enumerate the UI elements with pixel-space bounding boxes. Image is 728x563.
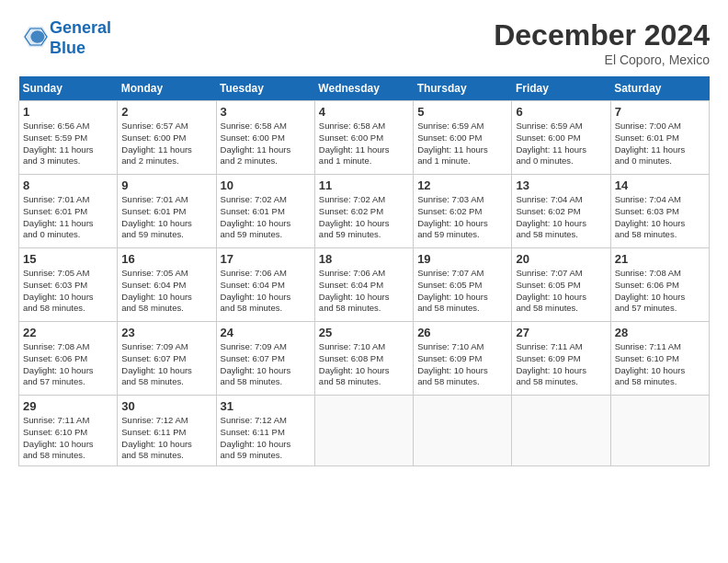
cell-sun-info: Sunrise: 6:58 AM Sunset: 6:00 PM Dayligh… bbox=[221, 121, 311, 167]
weekday-header: Sunday bbox=[19, 76, 118, 101]
day-number: 24 bbox=[221, 326, 311, 339]
day-number: 15 bbox=[23, 252, 113, 266]
day-number: 30 bbox=[121, 399, 211, 413]
cell-sun-info: Sunrise: 7:06 AM Sunset: 6:04 PM Dayligh… bbox=[319, 268, 409, 315]
day-number: 16 bbox=[121, 252, 211, 266]
calendar-cell: 30Sunrise: 7:12 AM Sunset: 6:11 PM Dayli… bbox=[118, 396, 216, 466]
calendar-week-row: 29Sunrise: 7:11 AM Sunset: 6:10 PM Dayli… bbox=[19, 396, 710, 466]
calendar-week-row: 1Sunrise: 6:56 AM Sunset: 5:59 PM Daylig… bbox=[19, 101, 710, 175]
day-number: 12 bbox=[417, 178, 507, 192]
cell-sun-info: Sunrise: 7:11 AM Sunset: 6:09 PM Dayligh… bbox=[516, 341, 606, 388]
calendar-cell: 17Sunrise: 7:06 AM Sunset: 6:04 PM Dayli… bbox=[216, 248, 314, 322]
cell-sun-info: Sunrise: 6:59 AM Sunset: 6:00 PM Dayligh… bbox=[516, 121, 606, 167]
cell-sun-info: Sunrise: 7:07 AM Sunset: 6:05 PM Dayligh… bbox=[417, 268, 507, 315]
day-number: 10 bbox=[221, 178, 311, 192]
cell-sun-info: Sunrise: 7:11 AM Sunset: 6:10 PM Dayligh… bbox=[23, 415, 113, 462]
logo-icon bbox=[22, 23, 50, 51]
cell-sun-info: Sunrise: 7:05 AM Sunset: 6:03 PM Dayligh… bbox=[23, 268, 113, 315]
cell-sun-info: Sunrise: 7:11 AM Sunset: 6:10 PM Dayligh… bbox=[615, 341, 705, 388]
month-title: December 2024 bbox=[494, 18, 710, 52]
calendar-cell: 25Sunrise: 7:10 AM Sunset: 6:08 PM Dayli… bbox=[314, 322, 413, 396]
weekday-header: Tuesday bbox=[216, 76, 314, 101]
calendar-header: SundayMondayTuesdayWednesdayThursdayFrid… bbox=[19, 76, 710, 101]
calendar-cell: 14Sunrise: 7:04 AM Sunset: 6:03 PM Dayli… bbox=[610, 175, 709, 248]
calendar-cell: 31Sunrise: 7:12 AM Sunset: 6:11 PM Dayli… bbox=[216, 396, 314, 466]
day-number: 20 bbox=[516, 252, 606, 266]
cell-sun-info: Sunrise: 6:58 AM Sunset: 6:00 PM Dayligh… bbox=[319, 121, 409, 167]
calendar-cell: 1Sunrise: 6:56 AM Sunset: 5:59 PM Daylig… bbox=[19, 101, 118, 175]
cell-sun-info: Sunrise: 7:08 AM Sunset: 6:06 PM Dayligh… bbox=[615, 268, 705, 315]
calendar-cell: 2Sunrise: 6:57 AM Sunset: 6:00 PM Daylig… bbox=[118, 101, 216, 175]
day-number: 17 bbox=[221, 252, 311, 266]
day-number: 7 bbox=[615, 105, 705, 119]
day-number: 29 bbox=[23, 399, 113, 413]
calendar-cell: 11Sunrise: 7:02 AM Sunset: 6:02 PM Dayli… bbox=[314, 175, 413, 248]
title-block: December 2024 El Coporo, Mexico bbox=[494, 18, 710, 67]
cell-sun-info: Sunrise: 6:56 AM Sunset: 5:59 PM Dayligh… bbox=[23, 121, 113, 167]
calendar-cell: 18Sunrise: 7:06 AM Sunset: 6:04 PM Dayli… bbox=[314, 248, 413, 322]
calendar-cell: 9Sunrise: 7:01 AM Sunset: 6:01 PM Daylig… bbox=[118, 175, 216, 248]
cell-sun-info: Sunrise: 7:01 AM Sunset: 6:01 PM Dayligh… bbox=[121, 194, 211, 241]
calendar-cell: 29Sunrise: 7:11 AM Sunset: 6:10 PM Dayli… bbox=[19, 396, 118, 466]
day-number: 21 bbox=[615, 252, 705, 266]
cell-sun-info: Sunrise: 6:59 AM Sunset: 6:00 PM Dayligh… bbox=[417, 121, 507, 167]
weekday-header: Monday bbox=[118, 76, 216, 101]
cell-sun-info: Sunrise: 7:01 AM Sunset: 6:01 PM Dayligh… bbox=[23, 194, 113, 241]
logo-line2: Blue bbox=[50, 39, 111, 59]
cell-sun-info: Sunrise: 7:07 AM Sunset: 6:05 PM Dayligh… bbox=[516, 268, 606, 315]
calendar-cell: 28Sunrise: 7:11 AM Sunset: 6:10 PM Dayli… bbox=[610, 322, 709, 396]
calendar-cell bbox=[610, 396, 709, 466]
calendar-cell bbox=[414, 396, 512, 466]
cell-sun-info: Sunrise: 7:03 AM Sunset: 6:02 PM Dayligh… bbox=[417, 194, 507, 241]
weekday-header: Saturday bbox=[610, 76, 709, 101]
day-number: 9 bbox=[121, 178, 211, 192]
calendar-cell: 19Sunrise: 7:07 AM Sunset: 6:05 PM Dayli… bbox=[414, 248, 512, 322]
cell-sun-info: Sunrise: 7:04 AM Sunset: 6:03 PM Dayligh… bbox=[615, 194, 705, 241]
cell-sun-info: Sunrise: 6:57 AM Sunset: 6:00 PM Dayligh… bbox=[121, 121, 211, 167]
cell-sun-info: Sunrise: 7:10 AM Sunset: 6:08 PM Dayligh… bbox=[319, 341, 409, 388]
calendar-table: SundayMondayTuesdayWednesdayThursdayFrid… bbox=[18, 76, 710, 466]
calendar-cell: 10Sunrise: 7:02 AM Sunset: 6:01 PM Dayli… bbox=[216, 175, 314, 248]
day-number: 26 bbox=[417, 326, 507, 339]
calendar-cell: 15Sunrise: 7:05 AM Sunset: 6:03 PM Dayli… bbox=[19, 248, 118, 322]
day-number: 23 bbox=[121, 326, 211, 339]
calendar-week-row: 22Sunrise: 7:08 AM Sunset: 6:06 PM Dayli… bbox=[19, 322, 710, 396]
day-number: 5 bbox=[417, 105, 507, 119]
calendar-cell bbox=[512, 396, 610, 466]
day-number: 18 bbox=[319, 252, 409, 266]
calendar-cell: 23Sunrise: 7:09 AM Sunset: 6:07 PM Dayli… bbox=[118, 322, 216, 396]
day-number: 1 bbox=[23, 105, 113, 119]
calendar-cell: 6Sunrise: 6:59 AM Sunset: 6:00 PM Daylig… bbox=[512, 101, 610, 175]
cell-sun-info: Sunrise: 7:02 AM Sunset: 6:01 PM Dayligh… bbox=[221, 194, 311, 241]
calendar-cell: 3Sunrise: 6:58 AM Sunset: 6:00 PM Daylig… bbox=[216, 101, 314, 175]
calendar-cell: 7Sunrise: 7:00 AM Sunset: 6:01 PM Daylig… bbox=[610, 101, 709, 175]
location: El Coporo, Mexico bbox=[494, 52, 710, 67]
cell-sun-info: Sunrise: 7:09 AM Sunset: 6:07 PM Dayligh… bbox=[221, 341, 311, 388]
logo-line1: General bbox=[50, 18, 111, 37]
calendar-cell: 20Sunrise: 7:07 AM Sunset: 6:05 PM Dayli… bbox=[512, 248, 610, 322]
day-number: 3 bbox=[221, 105, 311, 119]
day-number: 27 bbox=[516, 326, 606, 339]
calendar-cell: 21Sunrise: 7:08 AM Sunset: 6:06 PM Dayli… bbox=[610, 248, 709, 322]
calendar-cell: 22Sunrise: 7:08 AM Sunset: 6:06 PM Dayli… bbox=[19, 322, 118, 396]
day-number: 13 bbox=[516, 178, 606, 192]
page-header: General Blue December 2024 El Coporo, Me… bbox=[18, 18, 710, 67]
cell-sun-info: Sunrise: 7:06 AM Sunset: 6:04 PM Dayligh… bbox=[221, 268, 311, 315]
calendar-cell: 26Sunrise: 7:10 AM Sunset: 6:09 PM Dayli… bbox=[414, 322, 512, 396]
weekday-header: Friday bbox=[512, 76, 610, 101]
day-number: 8 bbox=[23, 178, 113, 192]
day-number: 11 bbox=[319, 178, 409, 192]
calendar-cell: 12Sunrise: 7:03 AM Sunset: 6:02 PM Dayli… bbox=[414, 175, 512, 248]
day-number: 4 bbox=[319, 105, 409, 119]
weekday-header: Wednesday bbox=[314, 76, 413, 101]
calendar-cell bbox=[314, 396, 413, 466]
cell-sun-info: Sunrise: 7:12 AM Sunset: 6:11 PM Dayligh… bbox=[221, 415, 311, 462]
day-number: 14 bbox=[615, 178, 705, 192]
day-number: 6 bbox=[516, 105, 606, 119]
day-number: 22 bbox=[23, 326, 113, 339]
calendar-week-row: 15Sunrise: 7:05 AM Sunset: 6:03 PM Dayli… bbox=[19, 248, 710, 322]
cell-sun-info: Sunrise: 7:09 AM Sunset: 6:07 PM Dayligh… bbox=[121, 341, 211, 388]
day-number: 19 bbox=[417, 252, 507, 266]
logo: General Blue bbox=[18, 18, 111, 58]
cell-sun-info: Sunrise: 7:10 AM Sunset: 6:09 PM Dayligh… bbox=[417, 341, 507, 388]
